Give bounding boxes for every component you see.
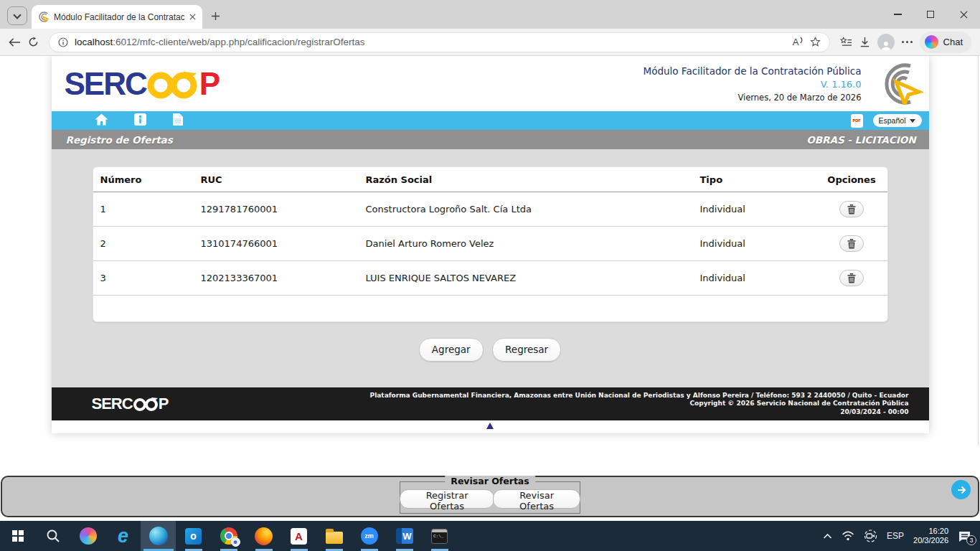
content-area: Número RUC Razón Social Tipo Opciones 1 …: [52, 149, 929, 387]
app-navbar: PDF Español: [52, 111, 929, 130]
tray-date: 20/3/2026: [913, 536, 948, 545]
page-scrollbar[interactable]: [978, 56, 979, 446]
new-tab-button[interactable]: [211, 11, 220, 21]
process-context: OBRAS - LICITACION: [806, 134, 915, 146]
taskbar-acrobat-button[interactable]: A: [281, 521, 316, 551]
offers-card: Número RUC Razón Social Tipo Opciones 1 …: [93, 166, 888, 322]
app-version[interactable]: V. 1.16.0: [644, 79, 862, 90]
taskbar-word-button[interactable]: W: [387, 521, 422, 551]
table-row: 2 1310174766001 Daniel Arturo Romero Vel…: [93, 227, 887, 261]
delete-offer-button[interactable]: [839, 270, 864, 286]
app-header: SERC P Módulo Facilitador de la Contrata…: [52, 56, 929, 111]
chevron-down-icon: [910, 119, 915, 123]
meet-now-icon[interactable]: [864, 529, 877, 542]
downloads-icon[interactable]: [859, 37, 870, 48]
chrome-icon: ☻: [220, 527, 237, 545]
close-button[interactable]: [947, 0, 980, 29]
refresh-button[interactable]: [28, 37, 39, 47]
tab-search-button[interactable]: [7, 6, 27, 25]
table-row: 3 1202133367001 LUIS ENRIQUE SALTOS NEVA…: [93, 261, 887, 296]
url-text[interactable]: localhost:6012/mfc-cliente/web/app.php/c…: [75, 37, 786, 47]
revisar-ofertas-fieldset: Revisar Ofertas Registrar Ofertas Revisa…: [400, 481, 580, 514]
registrar-ofertas-button[interactable]: Registrar Ofertas: [400, 489, 494, 509]
taskbar-clock[interactable]: 16:20 20/3/2026: [913, 527, 948, 545]
actions-row: Agregar Regresar: [93, 338, 888, 362]
back-button[interactable]: [9, 37, 21, 47]
delete-offer-button[interactable]: [839, 235, 864, 252]
next-step-button[interactable]: [951, 480, 971, 499]
url-path: :6012/mfc-cliente/web/app.php/calificaci…: [113, 37, 364, 47]
regresar-button[interactable]: Regresar: [492, 338, 561, 362]
notification-center-button[interactable]: 3: [958, 530, 971, 542]
favorite-star-icon[interactable]: [810, 37, 821, 47]
copilot-icon: [80, 527, 97, 545]
taskbar-search-button[interactable]: [35, 521, 70, 551]
sercop-logo-oo-icon: [146, 67, 202, 100]
footer-logo-oo-icon: [133, 395, 160, 413]
footer-address: Plataforma Gubernamental Financiera, Ama…: [370, 392, 909, 400]
url-host: localhost: [75, 37, 113, 47]
agregar-button[interactable]: Agregar: [419, 338, 484, 362]
wifi-icon[interactable]: [842, 531, 854, 541]
windows-icon: [12, 530, 24, 542]
trash-icon: [847, 273, 856, 283]
app-footer: SERC P Plataforma Gubernamental Financie…: [52, 387, 929, 420]
profile-avatar[interactable]: [877, 34, 895, 51]
cell-tipo: Individual: [693, 261, 816, 296]
taskbar-outlook-button[interactable]: o: [176, 521, 211, 551]
keyboard-language[interactable]: ESP: [887, 531, 904, 541]
taskbar: e o ☻ A zm W C:\_ ESP 16:20 20/3/2026: [0, 521, 980, 551]
app-container: SERC P Módulo Facilitador de la Contrata…: [52, 56, 929, 433]
taskbar-firefox-button[interactable]: [246, 521, 281, 551]
favorites-bar-icon[interactable]: [840, 37, 852, 47]
taskbar-chrome-button[interactable]: ☻: [211, 521, 246, 551]
cell-razon: Constructora Logroño Salt. Cía Ltda: [359, 192, 693, 227]
scroll-top-strip: [52, 420, 929, 433]
cell-razon: LUIS ENRIQUE SALTOS NEVAREZ: [359, 261, 693, 296]
read-aloud-icon[interactable]: A: [793, 37, 804, 47]
pdf-export-icon[interactable]: PDF: [851, 114, 863, 128]
offers-table: Número RUC Razón Social Tipo Opciones 1 …: [93, 167, 887, 296]
taskbar-edge-button[interactable]: [141, 521, 176, 551]
sercop-logo-p: P: [199, 66, 219, 102]
address-bar[interactable]: localhost:6012/mfc-cliente/web/app.php/c…: [49, 32, 830, 52]
col-header-ruc: RUC: [194, 167, 359, 192]
word-icon: W: [396, 528, 413, 544]
close-icon: [960, 11, 968, 19]
cell-numero: 2: [93, 227, 194, 261]
tab-close-icon[interactable]: [189, 14, 196, 20]
taskbar-terminal-button[interactable]: C:\_: [422, 521, 457, 551]
copilot-chat-button[interactable]: Chat: [920, 32, 971, 53]
fieldset-legend: Revisar Ofertas: [445, 476, 535, 486]
start-button[interactable]: [0, 521, 35, 551]
table-row: 1 1291781760001 Constructora Logroño Sal…: [93, 192, 887, 227]
scroll-top-arrow-icon[interactable]: [486, 423, 494, 429]
delete-offer-button[interactable]: [839, 201, 864, 217]
browser-tab[interactable]: Módulo Facilitador de la Contratac: [32, 5, 202, 29]
document-icon[interactable]: [172, 113, 184, 129]
cell-razon: Daniel Arturo Romero Velez: [359, 227, 693, 261]
chevron-down-icon: [13, 11, 21, 19]
revisar-ofertas-button[interactable]: Revisar Ofertas: [493, 489, 580, 509]
trash-icon: [847, 239, 856, 249]
tray-chevron-up-icon[interactable]: [823, 533, 832, 540]
home-icon[interactable]: [95, 113, 108, 128]
cell-ruc: 1202133367001: [194, 261, 359, 296]
section-title-bar: Registro de Ofertas OBRAS - LICITACION: [52, 130, 929, 149]
maximize-button[interactable]: [914, 0, 947, 29]
settings-menu-icon[interactable]: [902, 41, 913, 43]
minimize-button[interactable]: [881, 0, 914, 29]
sercop-logo-text: SERC: [65, 66, 146, 102]
footer-datetime: 20/03/2024 - 00:00: [370, 408, 909, 417]
footer-copyright: Copyright © 2026 Servicio Nacional de Co…: [370, 400, 909, 408]
tray-time: 16:20: [913, 527, 948, 536]
info-icon[interactable]: [134, 113, 146, 128]
col-header-numero: Número: [93, 167, 194, 192]
taskbar-zoom-button[interactable]: zm: [352, 521, 387, 551]
taskbar-explorer-button[interactable]: [316, 521, 352, 551]
taskbar-copilot-button[interactable]: [70, 521, 105, 551]
taskbar-ie-button[interactable]: e: [105, 521, 141, 551]
site-info-icon[interactable]: [58, 37, 68, 47]
copilot-icon: [925, 35, 938, 49]
language-select[interactable]: Español: [873, 114, 922, 127]
